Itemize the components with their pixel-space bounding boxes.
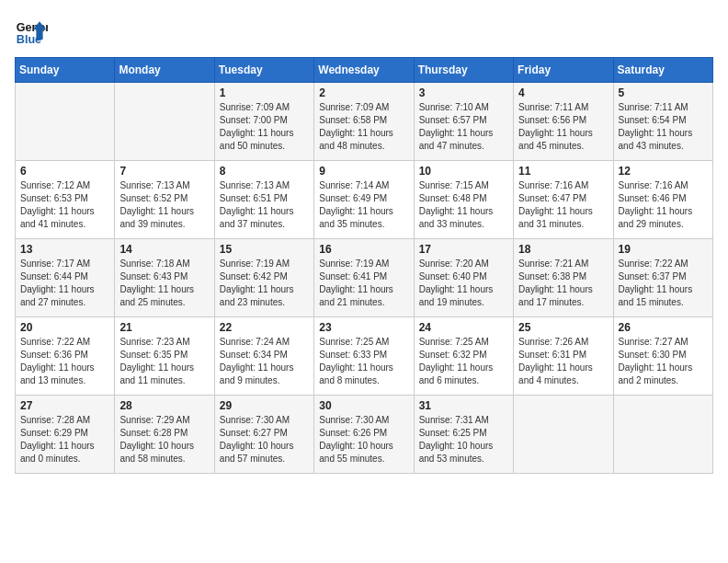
day-number: 16 <box>319 243 408 256</box>
header-cell-thursday: Thursday <box>414 58 513 83</box>
day-info: Sunrise: 7:11 AM Sunset: 6:56 PM Dayligh… <box>518 101 608 153</box>
header-cell-sunday: Sunday <box>16 58 115 83</box>
day-number: 31 <box>419 399 508 412</box>
day-number: 14 <box>119 243 209 256</box>
day-number: 18 <box>518 243 608 256</box>
calendar-table: SundayMondayTuesdayWednesdayThursdayFrid… <box>15 57 713 474</box>
calendar-cell: 8Sunrise: 7:13 AM Sunset: 6:51 PM Daylig… <box>214 161 313 239</box>
header-cell-tuesday: Tuesday <box>214 58 313 83</box>
day-info: Sunrise: 7:09 AM Sunset: 7:00 PM Dayligh… <box>220 101 309 153</box>
week-row-4: 20Sunrise: 7:22 AM Sunset: 6:36 PM Dayli… <box>16 317 713 396</box>
day-number: 29 <box>220 399 309 412</box>
day-number: 23 <box>319 321 408 334</box>
day-number: 15 <box>220 243 309 256</box>
calendar-cell: 12Sunrise: 7:16 AM Sunset: 6:46 PM Dayli… <box>613 161 712 239</box>
day-info: Sunrise: 7:24 AM Sunset: 6:34 PM Dayligh… <box>220 336 309 387</box>
day-number: 26 <box>619 321 708 334</box>
day-number: 7 <box>119 165 209 178</box>
day-info: Sunrise: 7:21 AM Sunset: 6:38 PM Dayligh… <box>518 258 608 309</box>
calendar-cell: 4Sunrise: 7:11 AM Sunset: 6:56 PM Daylig… <box>514 83 613 161</box>
calendar-cell: 22Sunrise: 7:24 AM Sunset: 6:34 PM Dayli… <box>214 317 313 396</box>
header-cell-monday: Monday <box>115 58 214 83</box>
calendar-cell: 27Sunrise: 7:28 AM Sunset: 6:29 PM Dayli… <box>16 396 115 474</box>
calendar-cell: 31Sunrise: 7:31 AM Sunset: 6:25 PM Dayli… <box>414 396 513 474</box>
calendar-cell: 6Sunrise: 7:12 AM Sunset: 6:53 PM Daylig… <box>16 161 115 239</box>
day-info: Sunrise: 7:28 AM Sunset: 6:29 PM Dayligh… <box>20 414 109 465</box>
day-number: 6 <box>20 165 109 178</box>
day-number: 21 <box>119 321 209 334</box>
day-info: Sunrise: 7:17 AM Sunset: 6:44 PM Dayligh… <box>20 258 109 309</box>
day-number: 27 <box>20 399 109 412</box>
day-info: Sunrise: 7:16 AM Sunset: 6:46 PM Dayligh… <box>619 179 708 231</box>
day-info: Sunrise: 7:16 AM Sunset: 6:47 PM Dayligh… <box>518 179 608 231</box>
day-info: Sunrise: 7:10 AM Sunset: 6:57 PM Dayligh… <box>419 101 508 153</box>
day-number: 28 <box>119 399 209 412</box>
calendar-header: SundayMondayTuesdayWednesdayThursdayFrid… <box>16 58 713 83</box>
calendar-cell: 10Sunrise: 7:15 AM Sunset: 6:48 PM Dayli… <box>414 161 513 239</box>
header-cell-saturday: Saturday <box>613 58 712 83</box>
calendar-cell: 18Sunrise: 7:21 AM Sunset: 6:38 PM Dayli… <box>514 239 613 317</box>
day-info: Sunrise: 7:23 AM Sunset: 6:35 PM Dayligh… <box>119 336 209 387</box>
day-number: 3 <box>419 86 508 99</box>
day-info: Sunrise: 7:29 AM Sunset: 6:28 PM Dayligh… <box>119 414 209 465</box>
day-number: 4 <box>518 86 608 99</box>
day-info: Sunrise: 7:13 AM Sunset: 6:52 PM Dayligh… <box>119 179 209 231</box>
day-number: 24 <box>419 321 508 334</box>
calendar-cell: 20Sunrise: 7:22 AM Sunset: 6:36 PM Dayli… <box>16 317 115 396</box>
day-info: Sunrise: 7:18 AM Sunset: 6:43 PM Dayligh… <box>119 258 209 309</box>
calendar-cell: 15Sunrise: 7:19 AM Sunset: 6:42 PM Dayli… <box>214 239 313 317</box>
day-number: 10 <box>419 165 508 178</box>
day-info: Sunrise: 7:14 AM Sunset: 6:49 PM Dayligh… <box>319 179 408 231</box>
header-row: SundayMondayTuesdayWednesdayThursdayFrid… <box>16 58 713 83</box>
day-number: 30 <box>319 399 408 412</box>
calendar-cell: 25Sunrise: 7:26 AM Sunset: 6:31 PM Dayli… <box>514 317 613 396</box>
calendar-cell: 14Sunrise: 7:18 AM Sunset: 6:43 PM Dayli… <box>115 239 214 317</box>
calendar-cell <box>115 83 214 161</box>
header-cell-friday: Friday <box>514 58 613 83</box>
day-number: 5 <box>619 86 708 99</box>
day-info: Sunrise: 7:30 AM Sunset: 6:27 PM Dayligh… <box>220 414 309 465</box>
calendar-cell: 2Sunrise: 7:09 AM Sunset: 6:58 PM Daylig… <box>314 83 414 161</box>
calendar-cell: 28Sunrise: 7:29 AM Sunset: 6:28 PM Dayli… <box>115 396 214 474</box>
day-number: 8 <box>220 165 309 178</box>
calendar-cell: 11Sunrise: 7:16 AM Sunset: 6:47 PM Dayli… <box>514 161 613 239</box>
calendar-cell: 5Sunrise: 7:11 AM Sunset: 6:54 PM Daylig… <box>613 83 712 161</box>
day-number: 11 <box>518 165 608 178</box>
day-info: Sunrise: 7:25 AM Sunset: 6:32 PM Dayligh… <box>419 336 508 387</box>
day-number: 13 <box>20 243 109 256</box>
day-info: Sunrise: 7:22 AM Sunset: 6:36 PM Dayligh… <box>20 336 109 387</box>
day-number: 19 <box>619 243 708 256</box>
day-info: Sunrise: 7:26 AM Sunset: 6:31 PM Dayligh… <box>518 336 608 387</box>
day-number: 2 <box>319 86 408 99</box>
week-row-5: 27Sunrise: 7:28 AM Sunset: 6:29 PM Dayli… <box>16 396 713 474</box>
day-info: Sunrise: 7:25 AM Sunset: 6:33 PM Dayligh… <box>319 336 408 387</box>
day-number: 9 <box>319 165 408 178</box>
day-number: 12 <box>619 165 708 178</box>
calendar-cell: 7Sunrise: 7:13 AM Sunset: 6:52 PM Daylig… <box>115 161 214 239</box>
day-number: 25 <box>518 321 608 334</box>
calendar-cell: 26Sunrise: 7:27 AM Sunset: 6:30 PM Dayli… <box>613 317 712 396</box>
header-cell-wednesday: Wednesday <box>314 58 414 83</box>
day-info: Sunrise: 7:13 AM Sunset: 6:51 PM Dayligh… <box>220 179 309 231</box>
logo-icon: General Blue <box>15 15 48 48</box>
calendar-cell: 1Sunrise: 7:09 AM Sunset: 7:00 PM Daylig… <box>214 83 313 161</box>
day-info: Sunrise: 7:27 AM Sunset: 6:30 PM Dayligh… <box>619 336 708 387</box>
day-info: Sunrise: 7:12 AM Sunset: 6:53 PM Dayligh… <box>20 179 109 231</box>
calendar-cell: 3Sunrise: 7:10 AM Sunset: 6:57 PM Daylig… <box>414 83 513 161</box>
week-row-2: 6Sunrise: 7:12 AM Sunset: 6:53 PM Daylig… <box>16 161 713 239</box>
calendar-cell: 13Sunrise: 7:17 AM Sunset: 6:44 PM Dayli… <box>16 239 115 317</box>
calendar-cell: 9Sunrise: 7:14 AM Sunset: 6:49 PM Daylig… <box>314 161 414 239</box>
calendar-cell: 17Sunrise: 7:20 AM Sunset: 6:40 PM Dayli… <box>414 239 513 317</box>
calendar-cell: 30Sunrise: 7:30 AM Sunset: 6:26 PM Dayli… <box>314 396 414 474</box>
day-info: Sunrise: 7:20 AM Sunset: 6:40 PM Dayligh… <box>419 258 508 309</box>
day-number: 22 <box>220 321 309 334</box>
day-info: Sunrise: 7:19 AM Sunset: 6:41 PM Dayligh… <box>319 258 408 309</box>
day-number: 20 <box>20 321 109 334</box>
day-info: Sunrise: 7:22 AM Sunset: 6:37 PM Dayligh… <box>619 258 708 309</box>
calendar-cell: 29Sunrise: 7:30 AM Sunset: 6:27 PM Dayli… <box>214 396 313 474</box>
day-info: Sunrise: 7:11 AM Sunset: 6:54 PM Dayligh… <box>619 101 708 153</box>
day-number: 1 <box>220 86 309 99</box>
calendar-body: 1Sunrise: 7:09 AM Sunset: 7:00 PM Daylig… <box>16 83 713 474</box>
calendar-cell <box>514 396 613 474</box>
calendar-cell <box>16 83 115 161</box>
